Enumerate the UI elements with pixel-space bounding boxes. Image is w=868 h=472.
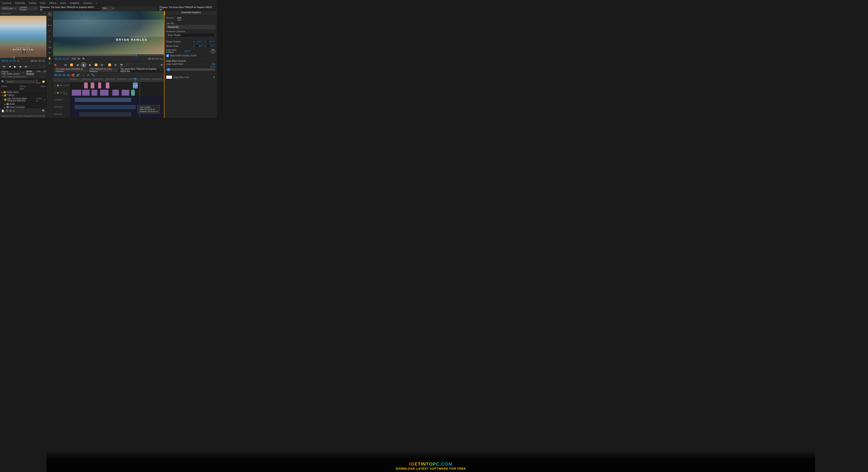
timeline-wrench[interactable]: 🔧 (91, 73, 95, 77)
clip-audio-1[interactable] (74, 98, 131, 102)
tab-source-1[interactable]: 004(2).mov ✕ (1, 6, 18, 10)
loop-btn[interactable]: 🔁 (107, 63, 112, 67)
timeline-tab-3[interactable]: The Seam Btwn TRAILER w/ Graphics WEDS B… (119, 68, 163, 72)
master-pos-x[interactable] (195, 40, 204, 43)
nav-graphics[interactable]: Graphics (70, 2, 79, 4)
clip[interactable] (98, 83, 101, 88)
tab-program[interactable]: Program: The Seam Btwn TRAILER w/ Graphi… (158, 6, 216, 10)
prev-edit-btn[interactable]: ⏪ (69, 63, 74, 67)
clip[interactable] (106, 83, 110, 88)
nav-color[interactable]: Color (40, 2, 45, 4)
project-search-input[interactable] (5, 80, 35, 83)
eg-tab-edit[interactable]: Edit (177, 17, 181, 20)
project-menu-icon[interactable]: ≡ (22, 71, 24, 74)
source-header-menu[interactable]: ≡ (44, 12, 45, 14)
tab-reference[interactable]: Reference: The Seam Btwn TRAILER w/ Grap… (38, 6, 101, 10)
list-item[interactable]: ▼ **SEQs (0, 94, 46, 97)
track-eye-icon-v1[interactable]: 👁 (54, 92, 56, 94)
search-icon-bottom[interactable]: 🔍 (42, 110, 45, 112)
clip[interactable] (92, 90, 97, 96)
tab-effects[interactable]: Effects (44, 70, 46, 75)
freeform-icon[interactable]: ⊡ (13, 110, 15, 112)
timeline-add-track[interactable]: + (81, 73, 85, 77)
close-tab-2-icon[interactable]: ✕ (34, 7, 36, 9)
nav-effects[interactable]: Effects (49, 2, 56, 4)
playhead[interactable] (135, 78, 135, 82)
step-fwd-btn[interactable]: ⏭ (100, 63, 104, 67)
add-marker-btn[interactable]: 🔖 (53, 63, 58, 67)
clip-cco6[interactable]: C006_CO (131, 90, 135, 96)
razor-tool[interactable]: ✂ (48, 39, 52, 44)
clip[interactable] (72, 90, 81, 96)
eg-tab-browse[interactable]: Browse (166, 17, 174, 20)
source-add-marker[interactable]: + (43, 65, 45, 68)
program-fit-select[interactable]: FullFit25%50% (70, 57, 81, 60)
nav-more[interactable]: » (96, 2, 97, 4)
timeline-tab-1[interactable]: The Seam Btwn TRAILER w/ Graphics (54, 68, 88, 72)
timeline-more[interactable]: ⚙ (86, 73, 90, 77)
back-frame-btn[interactable]: ◀ (75, 63, 80, 67)
rate-stretch-tool[interactable]: ↕ (48, 34, 52, 38)
pen-tool[interactable]: ✏ (48, 51, 52, 55)
fwd-frame-btn[interactable]: ▶ (88, 63, 92, 67)
list-item[interactable]: ▶ Audio (0, 102, 46, 106)
hand-tool[interactable]: ✋ (48, 56, 52, 61)
track-lock-icon-v1[interactable]: 🔒 (57, 92, 59, 94)
clip[interactable] (82, 90, 90, 96)
tab-more[interactable]: » (111, 6, 115, 10)
list-item[interactable]: ▶ Color Correction (0, 106, 46, 108)
source-play-btn[interactable]: ▶ (13, 64, 18, 69)
zoom-icon[interactable]: 🔍 (83, 58, 85, 60)
nav-learning[interactable]: Learning (2, 2, 11, 4)
close-tab-1-icon[interactable]: ✕ (14, 7, 16, 9)
timeline-link-btn[interactable]: 🔗 (76, 73, 80, 77)
clip[interactable] (122, 90, 129, 96)
source-next-frame[interactable]: ▶ (18, 64, 23, 69)
list-view-icon[interactable]: ☰ (6, 110, 8, 112)
timeline-timecode[interactable]: 00:01:32:20 (54, 74, 70, 77)
new-item-icon[interactable]: 📋 (1, 110, 4, 112)
tab-info[interactable]: Info (37, 70, 41, 75)
source-prev-frame[interactable]: ◀ (7, 64, 12, 69)
tab-effe[interactable]: Effe... (101, 6, 110, 10)
clip-audio-2[interactable] (74, 105, 136, 109)
master-scale-x[interactable] (195, 44, 204, 48)
rotation-dial[interactable] (211, 49, 215, 53)
close-tab-3-icon[interactable]: ✕ (97, 7, 99, 9)
list-item[interactable]: aaa_The Seam Btwn TRAILER MASTER 23.976 … (0, 97, 46, 102)
edge-wipe-rotation-value[interactable]: 232.8° (184, 50, 190, 52)
master-pos-y[interactable] (207, 40, 215, 43)
program-menu-icon[interactable]: ≡ (213, 7, 214, 9)
selection-tool[interactable]: ↖ (48, 12, 52, 17)
icon-view-icon[interactable]: ⊞ (9, 110, 11, 112)
edge-wipe-color-swatch[interactable] (166, 76, 172, 79)
wipe-falloff-checkbox[interactable] (166, 54, 169, 57)
program-scrubber[interactable] (53, 54, 164, 56)
clip-audio-3[interactable] (79, 112, 131, 116)
timeline-snap-btn[interactable]: 🧲 (71, 73, 75, 77)
nav-audio[interactable]: Audio (60, 2, 66, 4)
firstname-input[interactable] (166, 33, 215, 37)
nav-editing[interactable]: Editing (29, 2, 36, 4)
eyedropper-icon[interactable]: ✒ (213, 76, 215, 79)
nav-assembly[interactable]: Assembly (15, 2, 25, 4)
list-item[interactable]: ▶ Adobe Stock (0, 91, 46, 94)
next-edit-btn[interactable]: ⏩ (94, 63, 98, 67)
timeline-tab-2[interactable]: TSB TRAILER for Color - Meadow (88, 68, 118, 72)
full-screen-btn[interactable]: ⛶ (125, 63, 130, 67)
track-lock-icon[interactable]: 🔒 (57, 84, 59, 87)
source-step-fwd[interactable]: ⏭ (24, 64, 28, 69)
settings-btn[interactable]: ⊕ (159, 63, 164, 67)
rolling-tool[interactable]: ⤢ (48, 28, 52, 33)
text-tool[interactable]: T (48, 61, 52, 66)
play-pause-btn[interactable]: ▶ (81, 62, 87, 68)
tab-lumetri[interactable]: Lumetri Scopes ✕ (18, 6, 38, 10)
ripple-tool[interactable]: ⟷ (48, 23, 52, 28)
track-select-tool[interactable]: ↔ (48, 18, 52, 22)
clip-title[interactable]: 01_Title (133, 83, 137, 88)
step-back-more-btn[interactable]: ⏮ (63, 63, 68, 67)
menu-icon[interactable]: ≡ (95, 7, 96, 9)
clip[interactable] (112, 90, 119, 96)
clip[interactable] (84, 83, 88, 88)
track-eye-icon[interactable]: 👁 (54, 84, 56, 87)
